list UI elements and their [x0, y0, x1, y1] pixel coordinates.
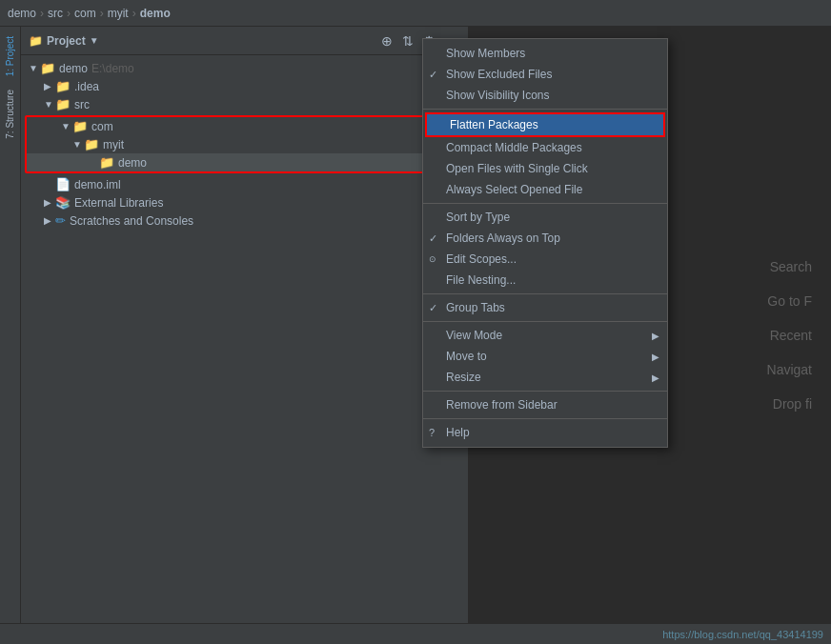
help-question-mark: ?: [429, 427, 435, 438]
tree-item-myit[interactable]: ▼ 📁 myit: [27, 135, 462, 153]
hint-goto: Go to F: [767, 293, 812, 309]
scratches-icon: ✏: [55, 213, 66, 228]
menu-label-flatten: Flatten Packages: [450, 118, 538, 131]
tree-label-demo-root: demo: [59, 62, 88, 75]
tree-item-demo-root[interactable]: ▼ 📁 demo E:\demo: [21, 59, 468, 77]
checkmark-show-excluded: ✓: [429, 69, 437, 81]
sidebar-item-project[interactable]: 1: Project: [3, 30, 17, 82]
submenu-arrow-move-to: ▶: [652, 352, 659, 362]
tree-label-myit: myit: [103, 138, 124, 151]
demo-folder-icon: 📁: [99, 155, 114, 170]
menu-remove-sidebar[interactable]: Remove from Sidebar: [423, 394, 667, 415]
iml-file-icon: 📄: [55, 177, 71, 191]
menu-move-to[interactable]: Move to ▶: [423, 346, 667, 367]
folder-icon: 📁: [29, 34, 43, 48]
menu-sort-type[interactable]: Sort by Type: [423, 207, 667, 228]
libs-icon: 📚: [55, 195, 71, 210]
tree-item-scratches[interactable]: ▶ ✏ Scratches and Consoles: [21, 211, 468, 230]
breadcrumb-demo[interactable]: demo: [8, 7, 36, 20]
selected-box: ▼ 📁 com ▼ 📁 myit ▶ 📁 demo: [25, 115, 464, 173]
tree-item-demo-selected[interactable]: ▶ 📁 demo: [27, 153, 462, 171]
menu-show-visibility[interactable]: Show Visibility Icons: [423, 85, 667, 106]
breadcrumb-sep4: ›: [132, 7, 136, 20]
menu-label-remove-sidebar: Remove from Sidebar: [446, 398, 557, 412]
dropdown-icon[interactable]: ▼: [90, 35, 99, 46]
separator-5: [423, 391, 667, 392]
separator-2: [423, 203, 667, 204]
separator-4: [423, 321, 667, 322]
tree-item-demo-iml[interactable]: ▶ 📄 demo.iml: [21, 175, 468, 193]
menu-label-resize: Resize: [446, 371, 481, 384]
status-bar: https://blog.csdn.net/qq_43414199: [0, 623, 831, 644]
status-url[interactable]: https://blog.csdn.net/qq_43414199: [662, 629, 823, 640]
tree-label-scratches: Scratches and Consoles: [70, 214, 193, 228]
context-menu: Show Members ✓ Show Excluded Files Show …: [422, 38, 668, 448]
globe-icon[interactable]: ⊕: [379, 31, 395, 50]
menu-label-folders-top: Folders Always on Top: [446, 231, 560, 245]
menu-view-mode[interactable]: View Mode ▶: [423, 325, 667, 346]
menu-label-group-tabs: Group Tabs: [446, 301, 505, 314]
panel-header: 📁 Project ▼ ⊕ ⇅ ⚙ —: [21, 27, 468, 55]
hint-navigate: Navigat: [767, 362, 812, 377]
tree-item-idea[interactable]: ▶ 📁 .idea: [21, 77, 468, 95]
menu-label-compact-middle: Compact Middle Packages: [446, 141, 582, 154]
menu-label-sort-type: Sort by Type: [446, 211, 510, 224]
breadcrumb: demo › src › com › myit › demo: [0, 0, 831, 27]
project-folder-icon: 📁: [40, 61, 55, 75]
menu-label-help: Help: [446, 426, 470, 439]
tree-label-com: com: [91, 120, 113, 133]
tree-path-demo: E:\demo: [91, 62, 134, 75]
menu-always-select[interactable]: Always Select Opened File: [423, 179, 667, 200]
menu-label-open-single: Open Files with Single Click: [446, 162, 588, 175]
menu-label-always-select: Always Select Opened File: [446, 183, 582, 196]
hint-drop: Drop fi: [773, 396, 812, 412]
separator-3: [423, 293, 667, 294]
idea-folder-icon: 📁: [55, 79, 71, 93]
tree-label-demo: demo: [118, 156, 147, 170]
menu-resize[interactable]: Resize ▶: [423, 367, 667, 388]
expand-arrow-myit: ▼: [72, 139, 84, 150]
breadcrumb-src[interactable]: src: [48, 7, 63, 20]
breadcrumb-com[interactable]: com: [74, 7, 96, 20]
breadcrumb-myit[interactable]: myit: [108, 7, 129, 20]
expand-arrow-src: ▼: [44, 99, 55, 110]
expand-arrow-demo: ▶: [88, 157, 99, 168]
checkmark-group-tabs: ✓: [429, 302, 437, 314]
expand-arrow-idea: ▶: [44, 81, 55, 91]
breadcrumb-sep3: ›: [100, 7, 104, 20]
menu-file-nesting[interactable]: File Nesting...: [423, 270, 667, 291]
menu-label-move-to: Move to: [446, 350, 487, 363]
menu-compact-middle[interactable]: Compact Middle Packages: [423, 137, 667, 158]
menu-edit-scopes[interactable]: ⊙ Edit Scopes...: [423, 249, 667, 270]
project-panel: 📁 Project ▼ ⊕ ⇅ ⚙ — ▼ 📁 demo E:\demo: [21, 27, 469, 644]
menu-help[interactable]: ? Help: [423, 422, 667, 443]
menu-group-tabs[interactable]: ✓ Group Tabs: [423, 297, 667, 318]
tree-item-com[interactable]: ▼ 📁 com: [27, 117, 462, 135]
menu-flatten-packages[interactable]: Flatten Packages: [425, 112, 665, 137]
menu-open-single-click[interactable]: Open Files with Single Click: [423, 158, 667, 179]
menu-label-view-mode: View Mode: [446, 329, 502, 342]
file-tree: ▼ 📁 demo E:\demo ▶ 📁 .idea ▼ 📁 src: [21, 55, 468, 644]
menu-label-show-members: Show Members: [446, 47, 525, 60]
submenu-arrow-resize: ▶: [652, 372, 659, 383]
expand-arrow-libs: ▶: [44, 197, 55, 208]
hint-search: Search: [770, 259, 812, 274]
separator-1: [423, 109, 667, 110]
checkmark-folders-top: ✓: [429, 232, 437, 245]
expand-arrow-scratches: ▶: [44, 215, 55, 226]
menu-show-members[interactable]: Show Members: [423, 43, 667, 64]
breadcrumb-sep2: ›: [67, 7, 71, 20]
hint-recent: Recent: [770, 328, 812, 343]
menu-label-show-excluded: Show Excluded Files: [446, 68, 552, 81]
menu-show-excluded[interactable]: ✓ Show Excluded Files: [423, 64, 667, 85]
sort-icon[interactable]: ⇅: [400, 31, 416, 50]
menu-label-show-visibility: Show Visibility Icons: [446, 89, 550, 102]
tree-item-src[interactable]: ▼ 📁 src: [21, 95, 468, 113]
tree-label-src: src: [74, 98, 90, 111]
tree-item-external-libs[interactable]: ▶ 📚 External Libraries: [21, 193, 468, 211]
tree-label-iml: demo.iml: [74, 178, 121, 191]
sidebar-item-structure[interactable]: 7: Structure: [3, 84, 17, 145]
breadcrumb-current[interactable]: demo: [140, 7, 171, 20]
menu-folders-top[interactable]: ✓ Folders Always on Top: [423, 228, 667, 249]
expand-arrow: ▼: [29, 63, 40, 73]
